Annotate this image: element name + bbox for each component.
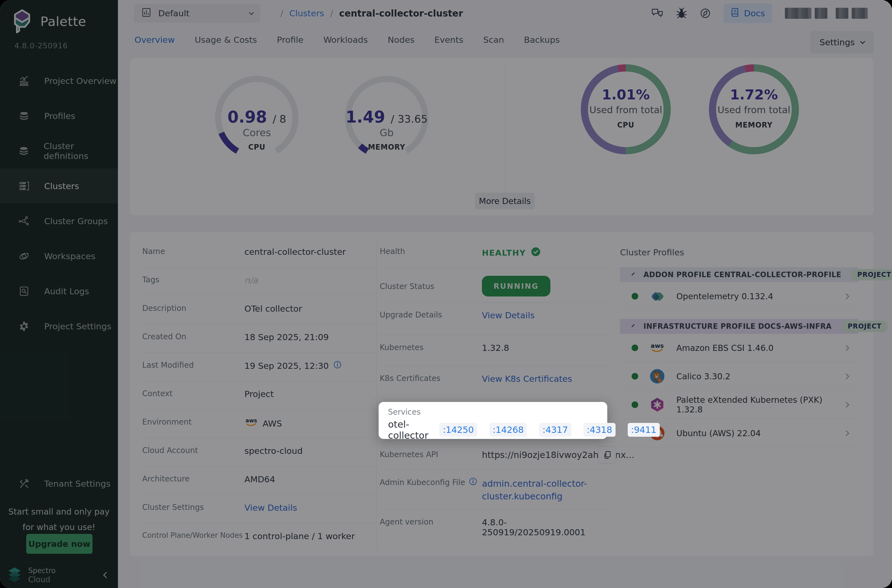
tab-usage-costs[interactable]: Usage & Costs <box>195 35 257 61</box>
status-dot <box>632 373 638 380</box>
tab-overview[interactable]: Overview <box>135 35 175 61</box>
kubernetes-api-url: https://ni9ozje18ivwoy2ah70ynx... <box>482 450 592 460</box>
detail-row-description: Description OTel collector <box>142 296 376 324</box>
tab-backups[interactable]: Backups <box>524 35 560 61</box>
status-column: Health HEALTHY Cluster Status RUNNING Up… <box>380 239 609 542</box>
layers-icon <box>18 146 30 156</box>
bug-report-icon[interactable] <box>676 8 687 19</box>
account-menu-blurred[interactable] <box>785 8 868 19</box>
detail-row-last-modified: Last Modified 19 Sep 2025, 12:30 <box>142 353 376 381</box>
sidebar-item-clusters[interactable]: Clusters <box>0 168 118 204</box>
project-selector-value: Default <box>158 8 189 18</box>
sidebar-collapse-button[interactable] <box>104 573 108 578</box>
utilization-card: 0.98 / 8 Cores CPU 1.49 / 33.65 Gb MEMOR… <box>130 58 874 215</box>
sidebar-footer: Spectro Cloud <box>0 562 118 588</box>
orbit-icon <box>18 250 30 262</box>
upgrade-now-button[interactable]: Upgrade now <box>26 534 93 554</box>
profile-group-header[interactable]: INFRASTRUCTURE PROFILE DOCS-AWS-INFRAPRO… <box>620 319 858 334</box>
service-port-link[interactable]: :14250 <box>439 423 477 437</box>
service-port-link[interactable]: :9411 <box>628 423 660 437</box>
topbar-actions: Docs <box>651 0 868 27</box>
status-row-api: Kubernetes API https://ni9ozje18ivwoy2ah… <box>380 441 609 470</box>
status-row-upgrade: Upgrade Details View Details <box>380 303 609 335</box>
profile-layer-row[interactable]: Palette eXtended Kubernetes (PXK) 1.32.8 <box>620 391 858 419</box>
info-icon[interactable] <box>469 477 477 488</box>
more-details-button[interactable]: More Details <box>475 193 535 209</box>
svg-text:aws: aws <box>651 342 664 349</box>
svg-text:aws: aws <box>246 417 257 424</box>
tab-bar: OverviewUsage & CostsProfileWorkloadsNod… <box>135 27 560 61</box>
pxk-logo <box>649 397 665 412</box>
profile-layer-row[interactable]: Opentelemetry 0.132.4 <box>620 282 858 310</box>
kubeconfig-file-link[interactable]: admin.central-collector-cluster.kubeconf… <box>482 477 609 503</box>
brand-logo: Palette <box>11 8 86 34</box>
upgrade-view-details-link[interactable]: View Details <box>482 310 535 320</box>
docs-button[interactable]: Docs <box>724 4 772 23</box>
sidebar-item-project-overview[interactable]: Project Overview <box>0 63 118 98</box>
chevron-right-icon <box>843 373 849 379</box>
service-port-link[interactable]: :4317 <box>539 423 571 437</box>
bar-chart-icon <box>18 75 30 86</box>
profile-groups: ADDON PROFILE CENTRAL-COLLECTOR-PROFILEP… <box>620 267 858 447</box>
chevron-right-icon <box>843 430 849 436</box>
sidebar-item-audit-logs[interactable]: Audit Logs <box>0 274 118 309</box>
chevron-right-icon <box>843 345 849 351</box>
profile-group-header[interactable]: ADDON PROFILE CENTRAL-COLLECTOR-PROFILEP… <box>620 267 858 282</box>
calico-logo <box>649 369 665 384</box>
copy-button[interactable] <box>598 446 616 464</box>
sidebar-item-project-settings[interactable]: Project Settings <box>0 309 118 344</box>
tab-events[interactable]: Events <box>434 35 463 61</box>
running-status-badge: RUNNING <box>482 276 550 297</box>
health-status-text: HEALTHY <box>482 248 526 258</box>
cpu-gauge: 0.98 / 8 Cores CPU <box>210 70 304 165</box>
status-dot <box>632 345 638 351</box>
info-icon[interactable] <box>333 360 342 371</box>
sidebar: Palette 4.8.0-250916 Project OverviewPro… <box>0 0 118 588</box>
tab-nodes[interactable]: Nodes <box>388 35 414 61</box>
tab-scan[interactable]: Scan <box>483 35 504 61</box>
sidebar-nav: Project OverviewProfilesCluster definiti… <box>0 63 118 344</box>
sidebar-item-workspaces[interactable]: Workspaces <box>0 238 118 274</box>
compass-icon[interactable] <box>700 8 711 19</box>
status-dot <box>632 401 638 408</box>
profile-layer-row[interactable]: awsAmazon EBS CSI 1.46.0 <box>620 334 858 362</box>
breadcrumb: / Clusters / central-collector-cluster <box>280 0 463 27</box>
chat-icon[interactable] <box>651 8 663 19</box>
settings-button[interactable]: Settings <box>810 31 874 54</box>
sidebar-item-cluster-definitions[interactable]: Cluster definitions <box>0 134 118 168</box>
status-row-health: Health HEALTHY <box>380 239 609 268</box>
usage-donuts: 1.01% Used from total CPU 1.72% Used fro… <box>576 60 803 159</box>
sidebar-item-cluster-groups[interactable]: Cluster Groups <box>0 204 118 238</box>
cluster-details-card: Name central-collector-cluster Tags n/a … <box>130 232 874 556</box>
service-port-link[interactable]: :4318 <box>584 423 616 437</box>
project-selector[interactable]: Default <box>134 4 260 22</box>
tab-profile[interactable]: Profile <box>277 35 303 61</box>
chevron-down-icon <box>249 10 254 15</box>
audit-doc-icon <box>18 286 30 297</box>
book-icon <box>731 8 740 20</box>
detail-row-tags: Tags n/a <box>142 267 376 296</box>
tab-workloads[interactable]: Workloads <box>323 35 368 61</box>
profile-layer-row[interactable]: Calico 3.30.2 <box>620 362 858 391</box>
breadcrumb-current: central-collector-cluster <box>339 8 463 19</box>
spectro-cloud-logo-icon <box>6 567 23 585</box>
cluster-profiles-title: Cluster Profiles <box>620 248 858 257</box>
status-row-kubeconfig: Admin Kubeconfig File admin.central-coll… <box>380 470 609 510</box>
cpu-usage-donut: 1.01% Used from total CPU <box>576 60 676 159</box>
sidebar-item-profiles[interactable]: Profiles <box>0 98 118 134</box>
cluster-settings-view-details-link[interactable]: View Details <box>245 503 297 513</box>
status-row-cluster-status: Cluster Status RUNNING <box>380 268 609 303</box>
sidebar-item-tenant-settings[interactable]: Tenant Settings <box>0 467 118 500</box>
detail-row-cluster-settings: Cluster Settings View Details <box>142 495 376 524</box>
service-port-link[interactable]: :14268 <box>490 423 527 437</box>
opentelemetry-logo <box>649 288 665 304</box>
breadcrumb-clusters-link[interactable]: Clusters <box>289 8 324 18</box>
tools-icon <box>18 478 30 489</box>
service-name: otel-collector <box>388 419 428 441</box>
detail-row-nodes: Control Plane/Worker Nodes 1 control-pla… <box>142 524 376 552</box>
scope-badge: PROJECT <box>841 321 887 332</box>
gear-icon <box>18 321 30 332</box>
servers-icon <box>18 180 30 192</box>
view-k8s-certificates-link[interactable]: View K8s Certificates <box>482 374 572 384</box>
detail-row-cloud-account: Cloud Account spectro-cloud <box>142 438 376 466</box>
